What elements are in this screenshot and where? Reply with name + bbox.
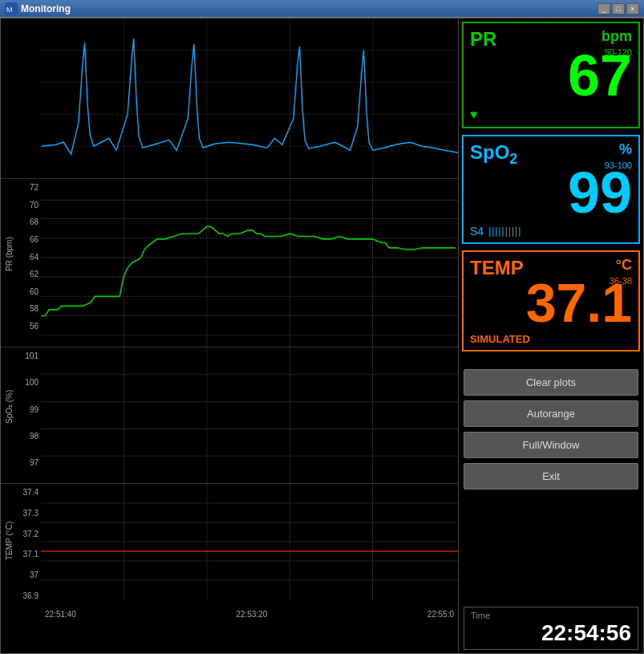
spo2-chart-label: SpO₂ (%) <box>5 408 14 424</box>
main-container: PR (bpm) 72 70 68 66 64 62 60 58 56 <box>0 18 644 654</box>
spo2-y-100: 100 <box>25 378 38 387</box>
clear-plots-button[interactable]: Clear plots <box>464 369 638 396</box>
restore-button[interactable]: □ <box>612 3 625 14</box>
x-label-2: 22:53:20 <box>236 610 267 619</box>
pr-y-66: 66 <box>30 235 38 244</box>
spo2-bars: |||||||||| <box>488 225 521 237</box>
temp-unit: °C <box>616 257 632 274</box>
window-title: Monitoring <box>21 3 597 14</box>
exit-button[interactable]: Exit <box>464 463 638 489</box>
temp-y-373: 37.3 <box>23 509 38 518</box>
temp-chart-svg <box>41 484 458 600</box>
temp-y-374: 37.4 <box>23 488 38 497</box>
x-label-1: 22:51:40 <box>45 610 76 619</box>
pr-unit: bpm <box>601 28 632 45</box>
time-value: 22:54:56 <box>471 620 631 646</box>
simulated-label: SIMULATED <box>470 333 530 345</box>
heart-icon: ♥ <box>470 108 478 122</box>
time-section: Time 22:54:56 <box>464 607 638 650</box>
ecg-svg <box>41 18 458 178</box>
autorange-button[interactable]: Autorange <box>464 400 638 427</box>
pr-y-64: 64 <box>30 253 38 262</box>
minimize-button[interactable]: _ <box>597 3 610 14</box>
spo2-chart-svg <box>41 347 458 483</box>
pr-bottom: ♥ <box>470 108 632 122</box>
spo2-metric-box: SpO2 % 93-100 99 S4 |||||||||| <box>462 135 640 244</box>
window-controls: _ □ × <box>597 3 639 14</box>
spo2-y-101: 101 <box>25 351 38 360</box>
ecg-chart <box>1 18 458 179</box>
close-button[interactable]: × <box>626 3 639 14</box>
temp-value: 37.1 <box>470 275 632 330</box>
full-window-button[interactable]: Full/Window <box>464 432 638 458</box>
spo2-y-97: 97 <box>30 458 38 467</box>
pr-y-56: 56 <box>30 322 38 331</box>
spo2-unit: % <box>619 141 632 158</box>
spo2-value: 99 <box>470 164 632 221</box>
pr-range: 50-120 <box>605 47 632 57</box>
spo2-chart: SpO₂ (%) 101 100 99 98 97 <box>1 347 458 484</box>
spo2-y-98: 98 <box>30 432 38 441</box>
right-panel: PR bpm 50-120 67 ♥ SpO2 % 93-100 99 S4 |… <box>459 18 643 653</box>
temp-range: 36-38 <box>610 276 632 286</box>
pr-metric-label: PR <box>470 28 496 50</box>
buttons-section: Clear plots Autorange Full/Window Exit <box>459 363 643 603</box>
pr-metric-box: PR bpm 50-120 67 ♥ <box>462 22 640 128</box>
pr-chart: PR (bpm) 72 70 68 66 64 62 60 58 56 <box>1 179 458 347</box>
temp-chart: TEMP (°C) 37.4 37.3 37.2 37.1 37 36.9 <box>1 484 458 620</box>
temp-y-372: 37.2 <box>23 530 38 538</box>
titlebar: M Monitoring _ □ × <box>0 0 644 18</box>
temp-metric-label: TEMP <box>470 257 524 278</box>
ecg-chart-inner <box>41 18 458 178</box>
temp-y-37: 37 <box>30 571 38 579</box>
pr-y-58: 58 <box>30 304 38 313</box>
pr-y-68: 68 <box>30 217 38 226</box>
spo2-range: 93-100 <box>605 160 632 170</box>
pr-y-70: 70 <box>30 201 38 209</box>
pr-y-62: 62 <box>30 270 38 278</box>
temp-metric-box: TEMP °C 36-38 37.1 SIMULATED <box>462 250 640 351</box>
pr-y-72: 72 <box>30 183 38 192</box>
pr-y-60: 60 <box>30 287 38 296</box>
s4-label: S4 <box>470 225 484 238</box>
temp-bottom: SIMULATED <box>470 333 632 345</box>
app-icon: M <box>5 2 18 15</box>
spo2-bottom: S4 |||||||||| <box>470 225 632 238</box>
temp-y-371: 37.1 <box>23 550 38 559</box>
spo2-metric-label: SpO2 <box>470 141 517 163</box>
temp-y-369: 36.9 <box>23 591 38 600</box>
svg-text:M: M <box>6 6 13 14</box>
spo2-y-99: 99 <box>30 405 38 414</box>
temp-chart-label: TEMP (°C) <box>5 544 14 560</box>
time-label: Time <box>471 611 631 620</box>
pr-chart-svg <box>41 179 458 347</box>
pr-chart-label: PR (bpm) <box>5 255 14 271</box>
x-label-3: 22:55:0 <box>427 610 454 619</box>
left-panel: PR (bpm) 72 70 68 66 64 62 60 58 56 <box>1 18 459 653</box>
